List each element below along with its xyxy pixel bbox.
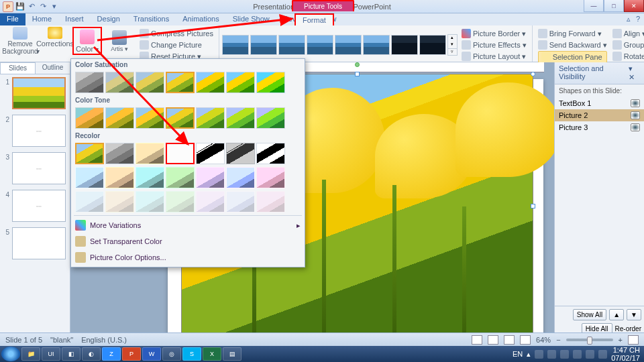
- recolor-washout[interactable]: [166, 143, 195, 164]
- taskbar-word[interactable]: W: [142, 347, 161, 361]
- reading-view-button[interactable]: [504, 335, 515, 345]
- taskbar-app2[interactable]: ▤: [223, 347, 241, 361]
- picture-border-button[interactable]: Picture Border ▾: [462, 28, 527, 39]
- sidetab-outline[interactable]: Outline: [36, 62, 70, 74]
- show-all-button[interactable]: Show All: [573, 309, 606, 320]
- tray-icon[interactable]: [535, 350, 543, 359]
- tab-insert[interactable]: Insert: [58, 13, 91, 25]
- tone-6[interactable]: [256, 107, 285, 129]
- taskbar-skype[interactable]: S: [182, 347, 201, 361]
- artistic-effects-button[interactable]: Artis ▾: [102, 27, 137, 55]
- redo-icon[interactable]: ↷: [38, 2, 48, 11]
- recolor-l2[interactable]: [105, 191, 134, 213]
- recolor-d7[interactable]: [256, 167, 285, 188]
- slide-thumb-2[interactable]: ━━: [12, 115, 66, 147]
- selection-pane-button[interactable]: Selection Pane: [538, 51, 607, 63]
- zoom-out-button[interactable]: −: [556, 336, 560, 344]
- close-button[interactable]: ✕: [624, 0, 644, 12]
- slide-thumb-3[interactable]: ━━: [12, 152, 66, 184]
- qat-more-icon[interactable]: ▾: [50, 2, 59, 11]
- corrections-button[interactable]: Corrections ▾: [38, 27, 72, 55]
- recolor-l1[interactable]: [75, 191, 104, 213]
- tab-format[interactable]: Format: [294, 13, 334, 27]
- send-backward-button[interactable]: Send Backward ▾: [538, 40, 607, 50]
- move-up-button[interactable]: ▲: [609, 309, 624, 320]
- tab-animations[interactable]: Animations: [176, 13, 225, 25]
- recolor-d1[interactable]: [75, 167, 104, 188]
- picture-effects-button[interactable]: Picture Effects ▾: [462, 40, 527, 50]
- sorter-view-button[interactable]: [488, 335, 498, 345]
- tab-slideshow[interactable]: Slide Show: [226, 13, 276, 25]
- save-icon[interactable]: 💾: [15, 2, 25, 11]
- fit-button[interactable]: [628, 335, 639, 345]
- compress-pictures-button[interactable]: Compress Pictures: [140, 28, 213, 39]
- tab-transitions[interactable]: Transitions: [127, 13, 176, 25]
- saturation-2[interactable]: [136, 72, 164, 93]
- tray-network-icon[interactable]: [586, 350, 594, 359]
- picture-styles-gallery[interactable]: ▴ ▾ ▿ Picture Border ▾ Picture Effects ▾…: [222, 27, 529, 63]
- tone-2[interactable]: [136, 107, 164, 129]
- recolor-grayscale[interactable]: [105, 143, 134, 164]
- recolor-l4[interactable]: [166, 191, 195, 213]
- tone-5[interactable]: [226, 107, 255, 129]
- tray-flag-icon[interactable]: [598, 350, 607, 359]
- saturation-5[interactable]: [226, 72, 255, 93]
- recolor-l5[interactable]: [196, 191, 225, 213]
- tone-0[interactable]: [75, 107, 104, 129]
- taskbar-zalo[interactable]: Z: [102, 347, 121, 361]
- help-icon[interactable]: ?: [636, 15, 640, 23]
- sidetab-slides[interactable]: Slides: [0, 62, 36, 74]
- recolor-line1[interactable]: [196, 143, 225, 164]
- set-transparent-menu[interactable]: Set Transparent Color: [71, 233, 305, 249]
- slide-thumb-5[interactable]: [12, 227, 66, 259]
- more-variations-menu[interactable]: More Variations▸: [71, 217, 305, 233]
- context-tab-picture-tools[interactable]: Picture Tools: [292, 0, 354, 11]
- slide-thumb-1[interactable]: [12, 77, 66, 109]
- tone-3[interactable]: [166, 107, 195, 129]
- recolor-d2[interactable]: [105, 167, 134, 188]
- slide-thumb-4[interactable]: ━━: [12, 190, 66, 222]
- tray-icon[interactable]: [560, 350, 569, 359]
- recolor-l6[interactable]: [226, 191, 255, 213]
- normal-view-button[interactable]: [472, 335, 482, 345]
- move-down-button[interactable]: ▼: [627, 309, 641, 320]
- saturation-0[interactable]: [75, 72, 104, 93]
- recolor-d4[interactable]: [166, 167, 195, 188]
- recolor-l7[interactable]: [256, 191, 285, 213]
- align-button[interactable]: Align ▾: [612, 28, 644, 39]
- rotate-button[interactable]: Rotate ▾: [612, 51, 644, 62]
- zoom-level[interactable]: 64%: [536, 336, 551, 344]
- recolor-d6[interactable]: [226, 167, 255, 188]
- taskbar-app1[interactable]: ◧: [62, 347, 80, 361]
- change-picture-button[interactable]: Change Picture: [140, 40, 213, 50]
- tray-clock[interactable]: 1:47 CH07/02/17: [611, 346, 640, 362]
- picture-layout-button[interactable]: Picture Layout ▾: [462, 51, 527, 62]
- tray-expand-icon[interactable]: ▴: [527, 350, 531, 359]
- tray-icon[interactable]: [547, 350, 556, 359]
- minimize-ribbon-icon[interactable]: ▵: [627, 15, 631, 23]
- undo-icon[interactable]: ↶: [27, 2, 36, 11]
- recolor-l3[interactable]: [136, 191, 164, 213]
- visibility-toggle-icon[interactable]: [631, 123, 640, 131]
- bring-forward-button[interactable]: Bring Forward ▾: [538, 28, 607, 39]
- saturation-3[interactable]: [166, 72, 195, 93]
- visibility-toggle-icon[interactable]: [631, 99, 640, 107]
- group-button[interactable]: Group ▾: [612, 40, 644, 50]
- tone-1[interactable]: [105, 107, 134, 129]
- start-button[interactable]: [1, 347, 20, 361]
- taskbar-powerpoint[interactable]: P: [122, 347, 141, 361]
- taskbar-unikey[interactable]: UI: [42, 347, 60, 361]
- recolor-bw[interactable]: [256, 143, 285, 164]
- recolor-sepia[interactable]: [136, 143, 164, 164]
- shape-item-picture3[interactable]: Picture 3: [555, 121, 644, 133]
- minimize-button[interactable]: —: [584, 0, 604, 12]
- picture-color-options-menu[interactable]: Picture Color Options...: [71, 249, 305, 265]
- tab-design[interactable]: Design: [91, 13, 127, 25]
- maximize-button[interactable]: □: [604, 0, 624, 12]
- tab-file[interactable]: File: [0, 13, 25, 25]
- zoom-slider[interactable]: [566, 339, 613, 341]
- saturation-6[interactable]: [256, 72, 285, 93]
- zoom-in-button[interactable]: +: [619, 336, 623, 344]
- visibility-toggle-icon[interactable]: [631, 111, 640, 119]
- tray-lang[interactable]: EN: [513, 350, 523, 358]
